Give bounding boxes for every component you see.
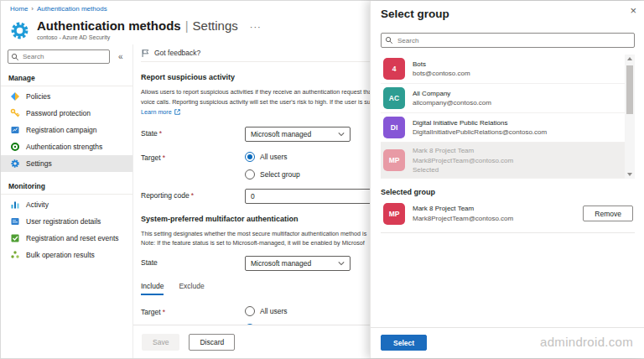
sysmfa-state-dropdown-value: Microsoft managed (251, 259, 311, 268)
selected-group-heading: Selected group (381, 188, 635, 196)
breadcrumb-home-link[interactable]: Home (10, 5, 28, 13)
title-divider: | (185, 18, 189, 33)
sidebar-item-label: Registration campaign (26, 126, 97, 134)
sidebar-item-bulk-operation-results[interactable]: Bulk operation results (1, 247, 132, 263)
learn-more-link[interactable]: Learn more (141, 107, 172, 117)
sysmfa-state-dropdown[interactable]: Microsoft managed (245, 256, 351, 271)
registration-campaign-icon (10, 125, 20, 135)
selected-group-row: MP Mark 8 Project Team Mark8ProjectTeam@… (381, 196, 635, 233)
group-row-bots[interactable]: 4 Bots bots@contoso.com (381, 55, 635, 84)
search-icon (11, 53, 19, 61)
external-link-icon (174, 109, 180, 115)
group-selected-status: Selected (413, 165, 513, 174)
group-avatar: MP (383, 149, 405, 171)
authentication-strengths-icon (10, 142, 20, 152)
group-avatar: AC (383, 87, 405, 109)
radio-label: All users (260, 153, 288, 161)
watermark: admindroid.com (540, 335, 633, 349)
state-dropdown-value: Microsoft managed (251, 130, 311, 138)
got-feedback-label: Got feedback? (154, 49, 200, 57)
scrollbar-up-arrow[interactable] (625, 55, 635, 63)
radio-select-group[interactable]: Select group (245, 169, 300, 180)
reporting-code-input[interactable] (245, 189, 377, 204)
radio-all-users[interactable]: All users (245, 152, 300, 162)
sysmfa-radio-all-users[interactable]: All users (245, 306, 300, 316)
selected-group-name: Mark 8 Project Team (413, 204, 513, 214)
panel-title: Select group (381, 8, 635, 20)
sidebar-item-label: Authentication strengths (26, 143, 102, 151)
breadcrumb-current-link[interactable]: Authentication methods (37, 5, 107, 13)
group-row-all-company[interactable]: AC All Company allcompany@contoso.com (381, 84, 635, 113)
panel-search (381, 33, 635, 48)
radio-button-icon (245, 152, 255, 162)
chevron-down-icon (338, 261, 345, 266)
reporting-code-label: Reporting code* (141, 189, 245, 200)
sidebar-item-registration-and-reset-events[interactable]: Registration and reset events (1, 230, 132, 247)
breadcrumb-separator: › (31, 5, 34, 13)
scrollbar (625, 55, 635, 179)
sidebar-item-registration-campaign[interactable]: Registration campaign (1, 122, 132, 138)
sysmfa-state-label: State (141, 256, 245, 267)
sidebar-section-manage: Manage (1, 71, 132, 86)
authentication-methods-gear-icon (9, 20, 30, 41)
sidebar-item-password-protection[interactable]: Password protection (1, 105, 132, 122)
scrollbar-down-arrow[interactable] (625, 170, 635, 179)
sidebar-item-user-registration-details[interactable]: User registration details (1, 213, 132, 230)
azure-portal-page: Home›Authentication methods Authenticati… (0, 0, 644, 359)
group-list: 4 Bots bots@contoso.com AC All Company a… (381, 55, 635, 179)
group-row-mark8-selected[interactable]: MP Mark 8 Project Team Mark8ProjectTeam@… (381, 143, 635, 179)
group-avatar: DI (383, 117, 405, 138)
state-dropdown[interactable]: Microsoft managed (245, 127, 351, 142)
sidebar-item-label: User registration details (26, 217, 101, 226)
user-registration-details-icon (10, 216, 20, 226)
divider (1, 86, 132, 86)
chevron-down-icon (338, 132, 345, 137)
sidebar-item-authentication-strengths[interactable]: Authentication strengths (1, 138, 132, 155)
radio-button-icon (245, 169, 255, 180)
sidebar-item-policies[interactable]: Policies (1, 88, 132, 105)
group-name: Bots (413, 60, 470, 70)
group-name: All Company (413, 89, 491, 99)
group-avatar: 4 (383, 58, 405, 80)
page-title-suffix: Settings (193, 18, 238, 33)
group-name: Mark 8 Project Team (413, 146, 513, 156)
discard-button[interactable]: Discard (189, 334, 235, 351)
policies-icon (10, 91, 20, 101)
state-label: State* (141, 127, 245, 138)
sidebar-item-label: Settings (26, 159, 52, 168)
activity-chart-icon (10, 200, 20, 210)
group-email: Mark8ProjectTeam@contoso.com (413, 156, 513, 165)
save-button[interactable]: Save (142, 334, 179, 351)
sidebar-collapse-button[interactable]: « (118, 52, 123, 61)
page-title: Authentication methods|Settings··· (37, 18, 262, 33)
key-icon (10, 108, 20, 118)
bulk-operation-results-icon (10, 250, 20, 260)
radio-label: All users (260, 307, 288, 315)
group-name: Digital Initiative Public Relations (413, 118, 547, 128)
close-icon[interactable]: × (630, 5, 636, 16)
sidebar-section-monitoring: Monitoring (1, 180, 132, 194)
tab-exclude[interactable]: Exclude (179, 282, 204, 295)
sidebar-item-settings[interactable]: Settings (1, 155, 132, 172)
breadcrumb: Home›Authentication methods (10, 5, 107, 13)
sidebar-search-input[interactable] (8, 49, 110, 64)
settings-gear-icon (10, 159, 20, 169)
sysmfa-target-label: Target* (141, 305, 245, 316)
sidebar-item-activity[interactable]: Activity (1, 196, 132, 213)
group-search-input[interactable] (381, 33, 635, 48)
group-email: bots@contoso.com (413, 69, 470, 78)
tab-include[interactable]: Include (141, 282, 164, 295)
sidebar-search (8, 49, 110, 64)
group-row-digital-initiative[interactable]: DI Digital Initiative Public Relations D… (381, 113, 635, 143)
page-subtitle: contoso - Azure AD Security (37, 34, 262, 40)
remove-button[interactable]: Remove (583, 206, 633, 221)
target-label: Target* (141, 151, 245, 162)
selected-group-email: Mark8ProjectTeam@contoso.com (413, 214, 513, 223)
sidebar-item-label: Registration and reset events (26, 234, 119, 242)
radio-label: Select group (260, 170, 300, 179)
scrollbar-thumb[interactable] (626, 65, 633, 114)
more-menu-button[interactable]: ··· (250, 22, 262, 32)
select-button[interactable]: Select (381, 335, 427, 351)
feedback-flag-icon (141, 49, 150, 58)
registration-reset-events-icon (10, 233, 20, 243)
